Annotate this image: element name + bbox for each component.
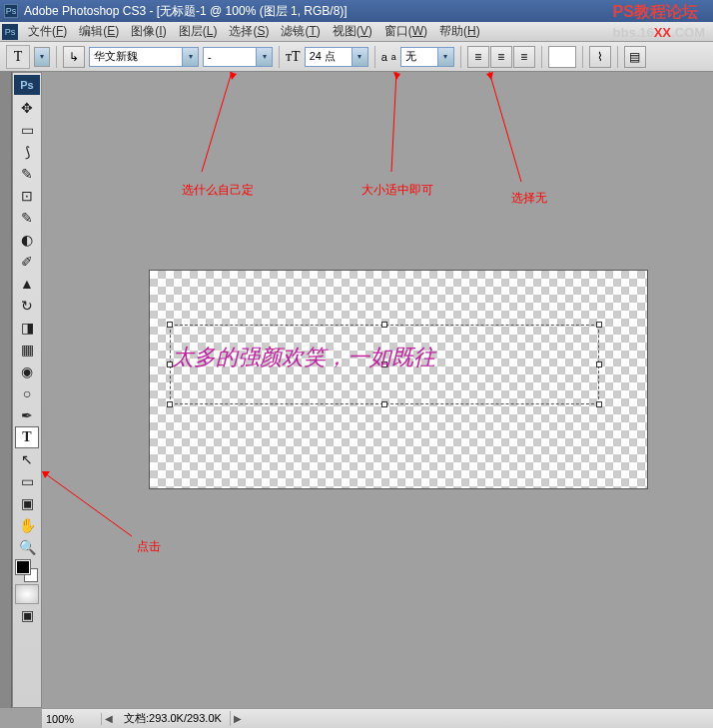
palette-dock-tab[interactable] xyxy=(0,72,12,708)
svg-line-4 xyxy=(489,72,521,182)
chevron-down-icon: ▾ xyxy=(437,48,453,66)
menu-file[interactable]: 文件(F) xyxy=(22,21,73,42)
canvas-area: 选什么自己定 大小适中即可 选择无 点击 太多的强颜欢 xyxy=(42,72,713,708)
gradient-tool[interactable]: ▦ xyxy=(15,339,39,361)
dodge-tool[interactable]: ○ xyxy=(15,382,39,404)
quick-select-tool[interactable]: ✎ xyxy=(15,163,39,185)
align-left-button[interactable]: ≡ xyxy=(467,46,489,68)
path-select-tool[interactable]: ↖ xyxy=(15,448,39,470)
transparency-background: 太多的强颜欢笑，一如既往 xyxy=(150,271,647,488)
annotation-tool-label: 点击 xyxy=(137,538,161,555)
align-right-button[interactable]: ≡ xyxy=(513,46,535,68)
font-size-value: 24 点 xyxy=(306,49,352,64)
lasso-tool[interactable]: ⟆ xyxy=(15,141,39,163)
shape-tool[interactable]: ▭ xyxy=(15,470,39,492)
type-tool[interactable]: T xyxy=(15,426,39,448)
annotation-arrow-tool xyxy=(42,471,137,541)
statusbar-right-arrow[interactable]: ▶ xyxy=(231,713,245,724)
text-color-swatch[interactable] xyxy=(548,46,576,68)
menubar: Ps 文件(F) 编辑(E) 图像(I) 图层(L) 选择(S) 滤镜(T) 视… xyxy=(0,22,713,42)
main-workspace: Ps ✥ ▭ ⟆ ✎ ⊡ ✎ ◐ ✐ ▲ ↻ ◨ ▦ ◉ ○ ✒ T ↖ ▭ ▣… xyxy=(0,72,713,708)
svg-marker-1 xyxy=(230,72,237,80)
antialias-label: a xyxy=(381,51,387,63)
hand-tool[interactable]: ✋ xyxy=(15,514,39,536)
text-align-group: ≡ ≡ ≡ xyxy=(467,46,535,68)
antialias-value: 无 xyxy=(401,49,437,64)
eyedropper-tool[interactable]: ✎ xyxy=(15,207,39,229)
brush-tool[interactable]: ✐ xyxy=(15,251,39,273)
eraser-tool[interactable]: ◨ xyxy=(15,317,39,339)
font-size-icon: тT xyxy=(286,49,301,65)
svg-line-2 xyxy=(391,72,396,172)
notes-tool[interactable]: ▣ xyxy=(15,492,39,514)
pen-tool[interactable]: ✒ xyxy=(15,404,39,426)
menu-select[interactable]: 选择(S) xyxy=(223,21,275,42)
menu-edit[interactable]: 编辑(E) xyxy=(73,21,125,42)
stamp-tool[interactable]: ▲ xyxy=(15,273,39,295)
menu-window[interactable]: 窗口(W) xyxy=(378,21,433,42)
quickmask-button[interactable] xyxy=(15,584,39,604)
svg-marker-7 xyxy=(42,471,50,478)
window-titlebar: Ps Adobe Photoshop CS3 - [无标题-1 @ 100% (… xyxy=(0,0,713,22)
annotation-size-label: 大小适中即可 xyxy=(361,182,433,199)
canvas-text-layer[interactable]: 太多的强颜欢笑，一如既往 xyxy=(172,343,435,372)
document-info[interactable]: 文档:293.0K/293.0K xyxy=(116,711,231,726)
color-swatches[interactable] xyxy=(16,560,38,582)
tools-header-icon: Ps xyxy=(14,75,40,95)
font-family-dropdown[interactable]: 华文新魏 ▾ xyxy=(89,47,199,67)
font-family-value: 华文新魏 xyxy=(90,49,182,64)
crop-tool[interactable]: ⊡ xyxy=(15,185,39,207)
warp-text-button[interactable]: ⌇ xyxy=(589,46,611,68)
marquee-tool[interactable]: ▭ xyxy=(15,119,39,141)
annotation-aa-label: 选择无 xyxy=(511,190,547,207)
status-bar: 100% ◀ 文档:293.0K/293.0K ▶ xyxy=(42,708,713,728)
healing-tool[interactable]: ◐ xyxy=(15,229,39,251)
font-style-dropdown[interactable]: - ▾ xyxy=(203,47,273,67)
photoshop-menu-icon: Ps xyxy=(2,24,18,40)
chevron-down-icon: ▾ xyxy=(352,48,367,66)
move-tool[interactable]: ✥ xyxy=(15,97,39,119)
history-brush-tool[interactable]: ↻ xyxy=(15,295,39,317)
font-size-dropdown[interactable]: 24 点 ▾ xyxy=(305,47,368,67)
blur-tool[interactable]: ◉ xyxy=(15,361,39,382)
menu-filter[interactable]: 滤镜(T) xyxy=(275,21,326,42)
tool-preset-type-icon[interactable]: T xyxy=(6,45,30,69)
tool-preset-dropdown[interactable]: ▾ xyxy=(34,47,50,67)
menu-view[interactable]: 视图(V) xyxy=(327,21,378,42)
annotation-arrow-font xyxy=(197,72,237,177)
text-orientation-button[interactable]: ↳ xyxy=(63,46,85,68)
options-bar: T ▾ ↳ 华文新魏 ▾ - ▾ тT 24 点 ▾ aa 无 ▾ ≡ ≡ ≡ … xyxy=(0,42,713,72)
window-title: Adobe Photoshop CS3 - [无标题-1 @ 100% (图层 … xyxy=(24,3,348,20)
annotation-arrow-aa xyxy=(486,72,526,187)
character-panel-button[interactable]: ▤ xyxy=(624,46,646,68)
zoom-level[interactable]: 100% xyxy=(42,713,102,725)
svg-marker-3 xyxy=(393,72,400,80)
annotation-font-label: 选什么自己定 xyxy=(182,182,254,199)
annotation-arrow-size xyxy=(386,72,406,177)
screen-mode-button[interactable]: ▣ xyxy=(15,604,39,626)
svg-line-0 xyxy=(202,72,232,172)
tools-panel: Ps ✥ ▭ ⟆ ✎ ⊡ ✎ ◐ ✐ ▲ ↻ ◨ ▦ ◉ ○ ✒ T ↖ ▭ ▣… xyxy=(12,72,42,708)
antialias-dropdown[interactable]: 无 ▾ xyxy=(400,47,454,67)
tutorial-watermark: PS教程论坛 bbs.16XX.COM xyxy=(613,2,705,41)
align-center-button[interactable]: ≡ xyxy=(490,46,512,68)
document-canvas[interactable]: 太多的强颜欢笑，一如既往 xyxy=(149,270,648,489)
zoom-tool[interactable]: 🔍 xyxy=(15,536,39,558)
chevron-down-icon: ▾ xyxy=(256,48,272,66)
svg-line-6 xyxy=(42,471,132,536)
svg-marker-5 xyxy=(486,72,493,80)
chevron-down-icon: ▾ xyxy=(182,48,198,66)
statusbar-left-arrow[interactable]: ◀ xyxy=(102,713,116,724)
menu-layer[interactable]: 图层(L) xyxy=(173,21,224,42)
menu-help[interactable]: 帮助(H) xyxy=(433,21,486,42)
photoshop-app-icon: Ps xyxy=(4,4,18,18)
font-style-value: - xyxy=(204,51,256,63)
menu-image[interactable]: 图像(I) xyxy=(125,21,172,42)
